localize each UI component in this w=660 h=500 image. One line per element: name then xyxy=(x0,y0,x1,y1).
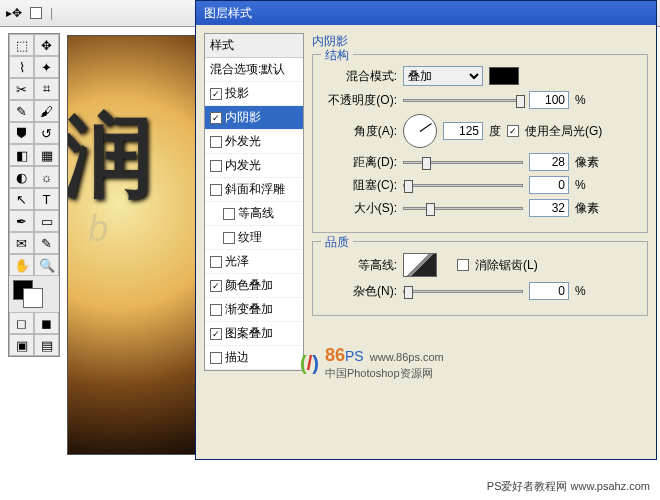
opacity-input[interactable] xyxy=(529,91,569,109)
angle-input[interactable] xyxy=(443,122,483,140)
pen-tool[interactable]: ✒ xyxy=(9,210,34,232)
shadow-color-chip[interactable] xyxy=(489,67,519,85)
unit-label: % xyxy=(575,178,586,192)
checkbox-icon[interactable] xyxy=(210,280,222,292)
style-contour-sub[interactable]: 等高线 xyxy=(205,202,303,226)
style-pattern-overlay[interactable]: 图案叠加 xyxy=(205,322,303,346)
style-inner-glow[interactable]: 内发光 xyxy=(205,154,303,178)
antialias-checkbox[interactable] xyxy=(457,259,469,271)
heal-tool[interactable]: ✎ xyxy=(9,100,34,122)
size-input[interactable] xyxy=(529,199,569,217)
quality-legend: 品质 xyxy=(321,234,353,251)
blur-tool[interactable]: ◐ xyxy=(9,166,34,188)
stamp-tool[interactable]: ⛊ xyxy=(9,122,34,144)
eyedropper-tool[interactable]: ✎ xyxy=(34,232,59,254)
eraser-tool[interactable]: ◧ xyxy=(9,144,34,166)
angle-label: 角度(A): xyxy=(321,123,397,140)
distance-slider[interactable] xyxy=(403,161,523,164)
styles-list: 样式 混合选项:默认 投影 内阴影 外发光 内发光 斜面和浮雕 等高线 纹理 光… xyxy=(204,33,304,371)
global-light-checkbox[interactable] xyxy=(507,125,519,137)
noise-slider[interactable] xyxy=(403,290,523,293)
global-light-label: 使用全局光(G) xyxy=(525,123,602,140)
move-tool[interactable]: ✥ xyxy=(34,34,59,56)
checkbox-icon[interactable] xyxy=(223,232,235,244)
style-bevel[interactable]: 斜面和浮雕 xyxy=(205,178,303,202)
contour-picker[interactable] xyxy=(403,253,437,277)
checkbox-icon[interactable] xyxy=(210,160,222,172)
color-swatches[interactable] xyxy=(9,276,59,312)
document-canvas: 润 b xyxy=(67,35,197,455)
checkbox-icon[interactable] xyxy=(210,184,222,196)
hand-tool[interactable]: ✋ xyxy=(9,254,34,276)
choke-input[interactable] xyxy=(529,176,569,194)
shape-tool[interactable]: ▭ xyxy=(34,210,59,232)
quickmask-off[interactable]: ◻ xyxy=(9,312,34,334)
dialog-titlebar: 图层样式 xyxy=(196,1,656,25)
style-drop-shadow[interactable]: 投影 xyxy=(205,82,303,106)
slider-thumb-icon[interactable] xyxy=(404,286,413,299)
distance-label: 距离(D): xyxy=(321,154,397,171)
panel-title: 内阴影 xyxy=(312,33,648,50)
opacity-label: 不透明度(O): xyxy=(321,92,397,109)
checkbox-icon[interactable] xyxy=(210,256,222,268)
history-brush-tool[interactable]: ↺ xyxy=(34,122,59,144)
watermark: (/) 86PS www.86ps.com 中国Photoshop资源网 xyxy=(300,345,444,381)
slider-thumb-icon[interactable] xyxy=(516,95,525,108)
checkbox-icon[interactable] xyxy=(210,88,222,100)
opacity-slider[interactable] xyxy=(403,99,523,102)
crop-tool[interactable]: ✂ xyxy=(9,78,34,100)
unit-label: 度 xyxy=(489,123,501,140)
checkbox-icon[interactable] xyxy=(210,328,222,340)
size-slider[interactable] xyxy=(403,207,523,210)
notes-tool[interactable]: ✉ xyxy=(9,232,34,254)
effect-settings-panel: 内阴影 结构 混合模式: 叠加 不透明度(O): % 角度(A): xyxy=(312,33,648,371)
lasso-tool[interactable]: ⌇ xyxy=(9,56,34,78)
slider-thumb-icon[interactable] xyxy=(426,203,435,216)
brush-tool[interactable]: 🖌 xyxy=(34,100,59,122)
style-stroke[interactable]: 描边 xyxy=(205,346,303,370)
checkbox-icon[interactable] xyxy=(223,208,235,220)
checkbox-icon[interactable] xyxy=(210,112,222,124)
background-swatch[interactable] xyxy=(23,288,43,308)
style-color-overlay[interactable]: 颜色叠加 xyxy=(205,274,303,298)
slice-tool[interactable]: ⌗ xyxy=(34,78,59,100)
style-outer-glow[interactable]: 外发光 xyxy=(205,130,303,154)
watermark-tagline: 中国Photoshop资源网 xyxy=(325,367,433,379)
zoom-tool[interactable]: 🔍 xyxy=(34,254,59,276)
watermark-suffix: PS xyxy=(345,348,364,364)
noise-label: 杂色(N): xyxy=(321,283,397,300)
style-texture-sub[interactable]: 纹理 xyxy=(205,226,303,250)
auto-select-checkbox[interactable] xyxy=(30,7,42,19)
gradient-tool[interactable]: ▦ xyxy=(34,144,59,166)
angle-dial[interactable] xyxy=(403,114,437,148)
slider-thumb-icon[interactable] xyxy=(422,157,431,170)
wand-tool[interactable]: ✦ xyxy=(34,56,59,78)
unit-label: 像素 xyxy=(575,200,599,217)
blend-options-row[interactable]: 混合选项:默认 xyxy=(205,58,303,82)
style-inner-shadow[interactable]: 内阴影 xyxy=(205,106,303,130)
path-tool[interactable]: ↖ xyxy=(9,188,34,210)
watermark-num: 86 xyxy=(325,345,345,365)
type-tool[interactable]: T xyxy=(34,188,59,210)
noise-input[interactable] xyxy=(529,282,569,300)
quickmask-on[interactable]: ◼ xyxy=(34,312,59,334)
dodge-tool[interactable]: ☼ xyxy=(34,166,59,188)
unit-label: % xyxy=(575,93,586,107)
checkbox-icon[interactable] xyxy=(210,136,222,148)
style-satin[interactable]: 光泽 xyxy=(205,250,303,274)
slider-thumb-icon[interactable] xyxy=(404,180,413,193)
checkbox-icon[interactable] xyxy=(210,352,222,364)
blend-mode-select[interactable]: 叠加 xyxy=(403,66,483,86)
checkbox-icon[interactable] xyxy=(210,304,222,316)
style-gradient-overlay[interactable]: 渐变叠加 xyxy=(205,298,303,322)
screenmode-1[interactable]: ▣ xyxy=(9,334,34,356)
size-label: 大小(S): xyxy=(321,200,397,217)
distance-input[interactable] xyxy=(529,153,569,171)
layer-style-dialog: 图层样式 样式 混合选项:默认 投影 内阴影 外发光 内发光 斜面和浮雕 等高线… xyxy=(195,0,657,460)
marquee-tool[interactable]: ⬚ xyxy=(9,34,34,56)
choke-slider[interactable] xyxy=(403,184,523,187)
watermark-url: www.86ps.com xyxy=(370,351,444,363)
screenmode-2[interactable]: ▤ xyxy=(34,334,59,356)
separator-icon: | xyxy=(50,6,53,20)
dialog-title-text: 图层样式 xyxy=(204,6,252,20)
